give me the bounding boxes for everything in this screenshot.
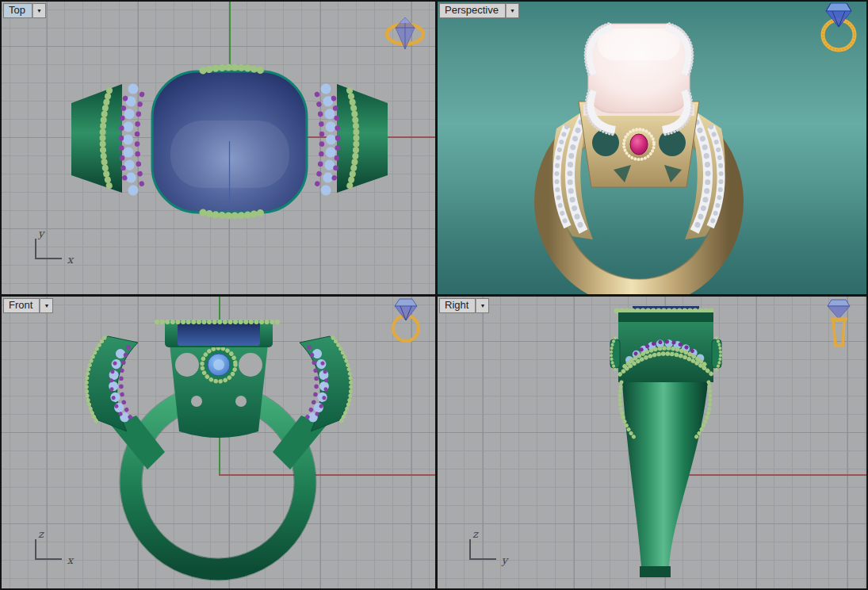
axis-indicator: y x [29, 232, 70, 267]
viewport-label-top: Top ▼ [3, 3, 46, 18]
axis-lines [35, 239, 62, 259]
axis-label-vertical: z [472, 528, 478, 540]
viewport-canvas-top[interactable]: y x [2, 2, 435, 294]
small-ring-model-front-view[interactable] [393, 299, 419, 341]
viewport-title[interactable]: Top [3, 3, 33, 18]
axis-label-vertical: y [38, 228, 44, 239]
viewport-canvas-perspective[interactable] [438, 2, 866, 294]
viewport-menu-button[interactable]: ▼ [40, 298, 53, 313]
small-ring-model-perspective-view[interactable] [823, 3, 855, 50]
viewport-front: z x Front ▼ [2, 297, 435, 588]
axis-lines [35, 539, 62, 560]
cad-workspace: y x Top ▼ [0, 0, 868, 590]
axis-label-horizontal: y [502, 554, 507, 566]
axis-indicator: z y [463, 533, 504, 568]
viewport-title[interactable]: Right [439, 298, 476, 313]
viewport-label-right: Right ▼ [439, 298, 489, 313]
chevron-down-icon: ▼ [480, 303, 485, 308]
viewport-right: z y Right ▼ [438, 297, 866, 588]
chevron-down-icon: ▼ [36, 8, 42, 13]
ring-model-perspective-view[interactable] [438, 2, 866, 294]
viewport-menu-button[interactable]: ▼ [506, 3, 519, 18]
viewport-label-perspective: Perspective ▼ [439, 3, 519, 18]
axis-lines [469, 539, 496, 560]
viewport-label-front: Front ▼ [3, 298, 53, 313]
axis-label-horizontal: x [67, 254, 73, 266]
viewport-title[interactable]: Front [3, 298, 40, 313]
viewport-canvas-front[interactable]: z x [2, 297, 435, 588]
chevron-down-icon: ▼ [510, 8, 515, 13]
viewport-menu-button[interactable]: ▼ [33, 3, 46, 18]
axis-label-vertical: z [38, 528, 44, 540]
viewport-title[interactable]: Perspective [439, 3, 506, 18]
chevron-down-icon: ▼ [44, 303, 49, 308]
small-ring-model-top-view[interactable] [387, 17, 423, 49]
small-ring-model-right-view[interactable] [828, 300, 850, 346]
viewport-canvas-right[interactable]: z y [438, 297, 866, 588]
viewport-top: y x Top ▼ [2, 2, 435, 294]
axis-indicator: z x [29, 533, 70, 568]
viewport-menu-button[interactable]: ▼ [476, 298, 489, 313]
axis-label-horizontal: x [67, 554, 73, 566]
viewport-perspective: Perspective ▼ [438, 2, 866, 294]
